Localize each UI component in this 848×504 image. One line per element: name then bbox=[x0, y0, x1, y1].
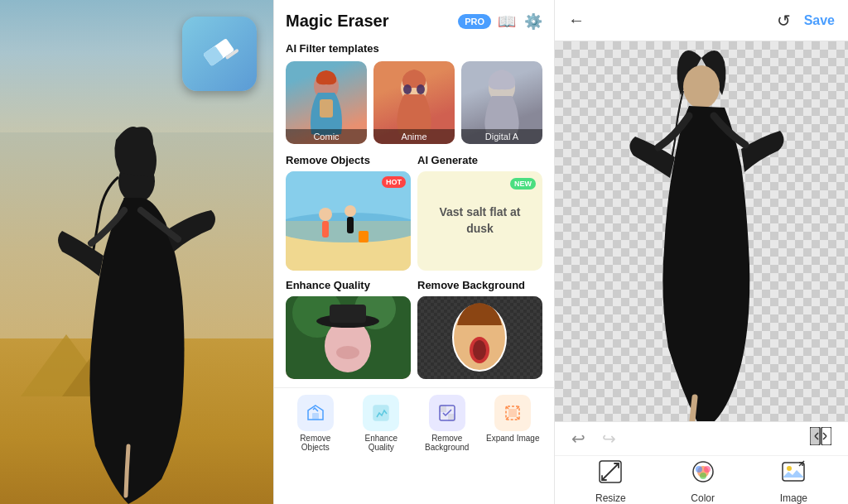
remove-bg-section: Remove Background bbox=[417, 279, 542, 379]
svg-point-47 bbox=[700, 473, 706, 479]
remove-objects-title: Remove Objects bbox=[286, 154, 411, 166]
tool-remove-objects-label: RemoveObjects bbox=[300, 434, 330, 452]
eraser-icon bbox=[191, 24, 247, 84]
filter-row: Comic Anime bbox=[274, 61, 554, 154]
ai-generate-title: AI Generate bbox=[417, 154, 542, 166]
two-col-section-1: Remove Objects bbox=[274, 154, 554, 279]
right-panel: ← ↺ Save ↩ bbox=[555, 0, 848, 504]
svg-point-13 bbox=[319, 208, 332, 221]
remove-bg-card[interactable] bbox=[417, 296, 542, 379]
svg-point-46 bbox=[704, 466, 711, 473]
tool-image[interactable]: Image bbox=[780, 459, 807, 504]
ai-generate-prompt: Vast salt flat at dusk bbox=[426, 204, 534, 237]
ai-generate-section: AI Generate NEW Vast salt flat at dusk bbox=[417, 154, 542, 271]
app-icon bbox=[182, 17, 257, 91]
remove-objects-card[interactable]: HOT bbox=[286, 171, 411, 271]
hot-badge: HOT bbox=[382, 176, 406, 188]
svg-rect-23 bbox=[330, 305, 366, 323]
enhance-quality-icon bbox=[363, 395, 399, 431]
svg-rect-14 bbox=[322, 221, 329, 238]
undo-redo-row: ↩ ↪ bbox=[555, 422, 848, 456]
svg-rect-37 bbox=[508, 409, 517, 417]
tool-remove-objects[interactable]: RemoveObjects bbox=[282, 395, 349, 452]
tool-enhance-quality[interactable]: EnhanceQuality bbox=[349, 395, 415, 452]
new-badge: NEW bbox=[510, 178, 536, 190]
color-icon bbox=[691, 459, 716, 490]
filter-section-title: AI Filter templates bbox=[274, 39, 554, 61]
color-label: Color bbox=[691, 492, 715, 504]
right-header: ← ↺ Save bbox=[555, 0, 848, 41]
middle-panel: Magic Eraser PRO 📖 ⚙️ AI Filter template… bbox=[273, 0, 555, 504]
left-panel bbox=[0, 0, 273, 504]
svg-rect-48 bbox=[783, 463, 804, 481]
canvas-area bbox=[555, 41, 848, 421]
bottom-toolbar: RemoveObjects EnhanceQuality RemoveBackg… bbox=[274, 387, 554, 457]
enhance-quality-card[interactable] bbox=[286, 296, 411, 379]
two-col-section-2: Enhance Quality bbox=[274, 279, 554, 387]
svg-point-38 bbox=[683, 65, 720, 108]
tool-expand-image[interactable]: Expand Image bbox=[480, 395, 547, 452]
filter-label-digital: Digital A bbox=[461, 129, 542, 144]
enhance-quality-image bbox=[286, 296, 411, 379]
expand-image-icon bbox=[494, 395, 531, 431]
filter-card-digital[interactable]: Digital A bbox=[461, 61, 542, 144]
compare-button[interactable] bbox=[810, 427, 831, 450]
filter-label-comic: Comic bbox=[286, 129, 367, 144]
tool-color[interactable]: Color bbox=[691, 459, 716, 504]
refresh-button[interactable]: ↺ bbox=[777, 11, 791, 31]
image-label: Image bbox=[780, 492, 807, 504]
tool-enhance-quality-label: EnhanceQuality bbox=[365, 434, 398, 452]
svg-point-15 bbox=[344, 205, 356, 217]
remove-objects-section: Remove Objects bbox=[286, 154, 411, 271]
remove-objects-image: HOT bbox=[286, 171, 411, 271]
right-bottom-controls: ↩ ↪ bbox=[555, 421, 848, 504]
remove-objects-icon bbox=[297, 395, 334, 431]
resize-label: Resize bbox=[595, 492, 626, 504]
pro-badge[interactable]: PRO bbox=[458, 14, 491, 29]
save-button[interactable]: Save bbox=[804, 13, 835, 28]
header-icons: 📖 ⚙️ bbox=[498, 12, 542, 31]
filter-card-comic[interactable]: Comic bbox=[286, 61, 367, 144]
remove-bg-icon bbox=[429, 395, 465, 431]
svg-point-24 bbox=[336, 346, 359, 359]
app-title: Magic Eraser bbox=[286, 12, 451, 31]
redo-button[interactable]: ↪ bbox=[602, 429, 616, 449]
remove-bg-title: Remove Background bbox=[417, 279, 542, 291]
back-button[interactable]: ← bbox=[568, 11, 585, 30]
svg-rect-17 bbox=[359, 231, 369, 242]
svg-rect-16 bbox=[347, 217, 354, 233]
filter-label-anime: Anime bbox=[373, 129, 455, 144]
ai-generate-card[interactable]: NEW Vast salt flat at dusk bbox=[417, 171, 542, 271]
enhance-quality-title: Enhance Quality bbox=[286, 279, 411, 291]
remove-bg-image bbox=[417, 296, 542, 379]
settings-icon[interactable]: ⚙️ bbox=[524, 12, 542, 31]
header: Magic Eraser PRO 📖 ⚙️ bbox=[274, 0, 554, 39]
tool-resize[interactable]: Resize bbox=[595, 459, 626, 504]
svg-rect-29 bbox=[312, 413, 319, 420]
svg-point-8 bbox=[417, 84, 425, 94]
undo-button[interactable]: ↩ bbox=[571, 429, 585, 449]
book-icon[interactable]: 📖 bbox=[498, 12, 516, 31]
image-icon bbox=[781, 459, 806, 490]
main-tools-row: Resize Color bbox=[555, 456, 848, 504]
tool-expand-image-label: Expand Image bbox=[486, 434, 540, 443]
svg-point-28 bbox=[473, 340, 486, 360]
person-figure bbox=[0, 115, 273, 504]
svg-rect-5 bbox=[320, 99, 333, 118]
filter-card-anime[interactable]: Anime bbox=[373, 61, 455, 144]
resize-icon bbox=[598, 459, 623, 490]
svg-point-49 bbox=[787, 466, 792, 471]
svg-point-7 bbox=[403, 84, 412, 94]
tool-remove-background-label: RemoveBackground bbox=[425, 434, 469, 452]
enhance-quality-section: Enhance Quality bbox=[286, 279, 411, 379]
svg-point-45 bbox=[696, 466, 702, 473]
person-cutout-image bbox=[619, 41, 784, 421]
tool-remove-background[interactable]: RemoveBackground bbox=[414, 395, 480, 452]
